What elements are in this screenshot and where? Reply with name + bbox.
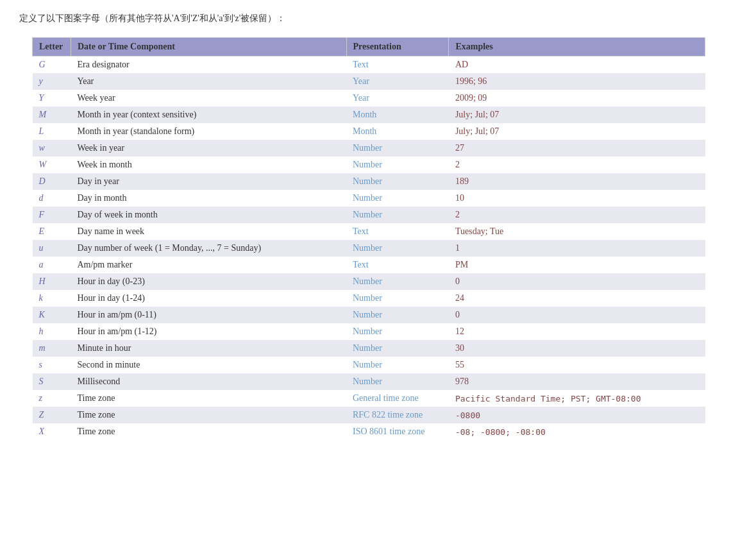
- table-header-row: Letter Date or Time Component Presentati…: [33, 38, 705, 56]
- table-row: ZTime zoneRFC 822 time zone-0800: [33, 407, 705, 423]
- cell-component: Minute in hour: [71, 340, 346, 357]
- cell-letter: D: [33, 173, 71, 190]
- cell-letter: E: [33, 223, 71, 240]
- cell-presentation: Number: [346, 373, 449, 390]
- cell-letter: S: [33, 373, 71, 390]
- cell-presentation: Number: [346, 273, 449, 290]
- cell-component: Day in month: [71, 190, 346, 207]
- cell-examples: Pacific Standard Time; PST; GMT-08:00: [449, 390, 705, 407]
- date-format-table: Letter Date or Time Component Presentati…: [32, 37, 705, 440]
- cell-letter: Z: [33, 407, 71, 423]
- table-row: wWeek in yearNumber27: [33, 140, 705, 157]
- cell-presentation: Number: [346, 323, 449, 340]
- cell-letter: k: [33, 290, 71, 307]
- cell-component: Day in year: [71, 173, 346, 190]
- cell-component: Year: [71, 73, 346, 90]
- table-row: uDay number of week (1 = Monday, ..., 7 …: [33, 240, 705, 257]
- header-examples: Examples: [449, 38, 705, 56]
- table-row: SMillisecondNumber978: [33, 373, 705, 390]
- cell-presentation: Text: [346, 223, 449, 240]
- cell-presentation: Number: [346, 240, 449, 257]
- cell-presentation: Month: [346, 106, 449, 123]
- cell-letter: K: [33, 307, 71, 323]
- cell-letter: s: [33, 357, 71, 373]
- cell-component: Month in year (context sensitive): [71, 106, 346, 123]
- table-row: aAm/pm markerTextPM: [33, 257, 705, 273]
- cell-letter: X: [33, 423, 71, 440]
- cell-presentation: General time zone: [346, 390, 449, 407]
- cell-component: Hour in day (0-23): [71, 273, 346, 290]
- cell-presentation: Number: [346, 157, 449, 173]
- table-row: XTime zoneISO 8601 time zone-08; -0800; …: [33, 423, 705, 440]
- cell-examples: AD: [449, 56, 705, 74]
- cell-presentation: Month: [346, 123, 449, 140]
- intro-text: 定义了以下图案字母（所有其他字符从'A'到'Z'和从'a'到'z'被保留）：: [19, 13, 737, 24]
- cell-component: Am/pm marker: [71, 257, 346, 273]
- cell-letter: d: [33, 190, 71, 207]
- cell-letter: Y: [33, 90, 71, 106]
- table-row: LMonth in year (standalone form)MonthJul…: [33, 123, 705, 140]
- cell-presentation: Number: [346, 340, 449, 357]
- cell-component: Day of week in month: [71, 207, 346, 223]
- table-row: WWeek in monthNumber2: [33, 157, 705, 173]
- cell-examples: 27: [449, 140, 705, 157]
- cell-letter: a: [33, 257, 71, 273]
- cell-presentation: Year: [346, 73, 449, 90]
- cell-component: Time zone: [71, 407, 346, 423]
- cell-examples: 24: [449, 290, 705, 307]
- cell-component: Month in year (standalone form): [71, 123, 346, 140]
- cell-letter: G: [33, 56, 71, 74]
- table-row: zTime zoneGeneral time zonePacific Stand…: [33, 390, 705, 407]
- cell-component: Week year: [71, 90, 346, 106]
- cell-presentation: Number: [346, 207, 449, 223]
- table-row: MMonth in year (context sensitive)MonthJ…: [33, 106, 705, 123]
- cell-examples: 55: [449, 357, 705, 373]
- table-wrapper: Letter Date or Time Component Presentati…: [32, 37, 737, 440]
- table-row: yYearYear1996; 96: [33, 73, 705, 90]
- cell-examples: 0: [449, 307, 705, 323]
- cell-examples: 2: [449, 207, 705, 223]
- cell-presentation: Text: [346, 56, 449, 74]
- table-row: FDay of week in monthNumber2: [33, 207, 705, 223]
- cell-presentation: Number: [346, 290, 449, 307]
- cell-examples: 12: [449, 323, 705, 340]
- cell-examples: 30: [449, 340, 705, 357]
- cell-examples: 0: [449, 273, 705, 290]
- cell-examples: -0800: [449, 407, 705, 423]
- cell-presentation: Number: [346, 140, 449, 157]
- table-row: DDay in yearNumber189: [33, 173, 705, 190]
- cell-presentation: ISO 8601 time zone: [346, 423, 449, 440]
- cell-presentation: Year: [346, 90, 449, 106]
- cell-examples: 10: [449, 190, 705, 207]
- cell-letter: M: [33, 106, 71, 123]
- table-row: mMinute in hourNumber30: [33, 340, 705, 357]
- cell-examples: 1996; 96: [449, 73, 705, 90]
- cell-presentation: Text: [346, 257, 449, 273]
- table-row: kHour in day (1-24)Number24: [33, 290, 705, 307]
- cell-letter: L: [33, 123, 71, 140]
- table-row: KHour in am/pm (0-11)Number0: [33, 307, 705, 323]
- cell-examples: July; Jul; 07: [449, 123, 705, 140]
- cell-component: Time zone: [71, 423, 346, 440]
- cell-examples: PM: [449, 257, 705, 273]
- cell-letter: h: [33, 323, 71, 340]
- cell-component: Week in year: [71, 140, 346, 157]
- cell-letter: u: [33, 240, 71, 257]
- cell-examples: 1: [449, 240, 705, 257]
- cell-letter: H: [33, 273, 71, 290]
- cell-component: Millisecond: [71, 373, 346, 390]
- cell-presentation: Number: [346, 190, 449, 207]
- cell-letter: w: [33, 140, 71, 157]
- table-row: hHour in am/pm (1-12)Number12: [33, 323, 705, 340]
- cell-letter: m: [33, 340, 71, 357]
- table-body: GEra designatorTextADyYearYear1996; 96YW…: [33, 56, 705, 441]
- cell-letter: y: [33, 73, 71, 90]
- cell-examples: 978: [449, 373, 705, 390]
- table-row: dDay in monthNumber10: [33, 190, 705, 207]
- cell-examples: 2: [449, 157, 705, 173]
- cell-presentation: RFC 822 time zone: [346, 407, 449, 423]
- cell-letter: z: [33, 390, 71, 407]
- cell-examples: Tuesday; Tue: [449, 223, 705, 240]
- cell-examples: 2009; 09: [449, 90, 705, 106]
- cell-letter: F: [33, 207, 71, 223]
